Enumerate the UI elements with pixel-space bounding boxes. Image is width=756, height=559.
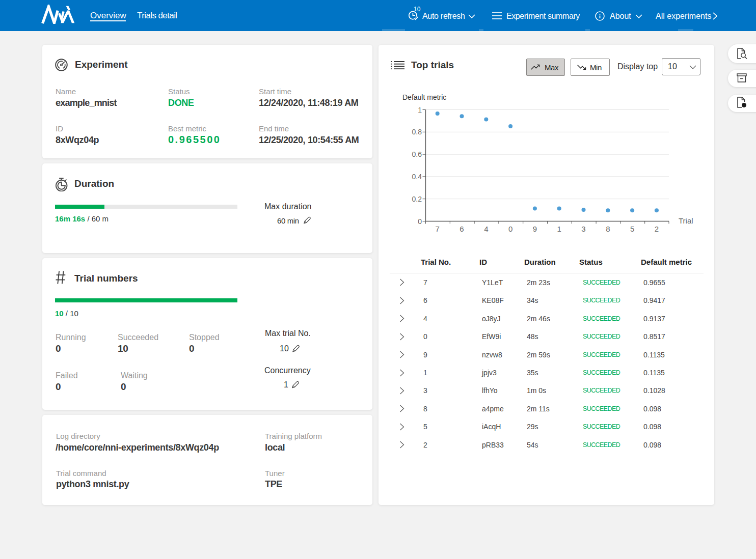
svg-text:Trial: Trial	[679, 216, 693, 225]
svg-text:9: 9	[533, 225, 537, 233]
svg-text:0.6: 0.6	[412, 150, 422, 158]
svg-text:Default metric: Default metric	[402, 93, 446, 101]
svg-text:1: 1	[418, 106, 422, 114]
svg-text:3: 3	[581, 225, 585, 233]
svg-text:0.4: 0.4	[412, 173, 422, 181]
svg-text:6: 6	[460, 225, 464, 233]
svg-text:0: 0	[418, 217, 422, 226]
svg-text:5: 5	[630, 225, 634, 233]
svg-text:1: 1	[557, 225, 561, 233]
svg-text:7: 7	[436, 225, 440, 233]
svg-text:0: 0	[508, 225, 512, 233]
svg-text:2: 2	[655, 225, 659, 233]
svg-text:0.8: 0.8	[412, 128, 422, 136]
svg-text:8: 8	[606, 225, 610, 233]
svg-text:0.2: 0.2	[412, 195, 422, 203]
svg-text:4: 4	[484, 225, 488, 233]
